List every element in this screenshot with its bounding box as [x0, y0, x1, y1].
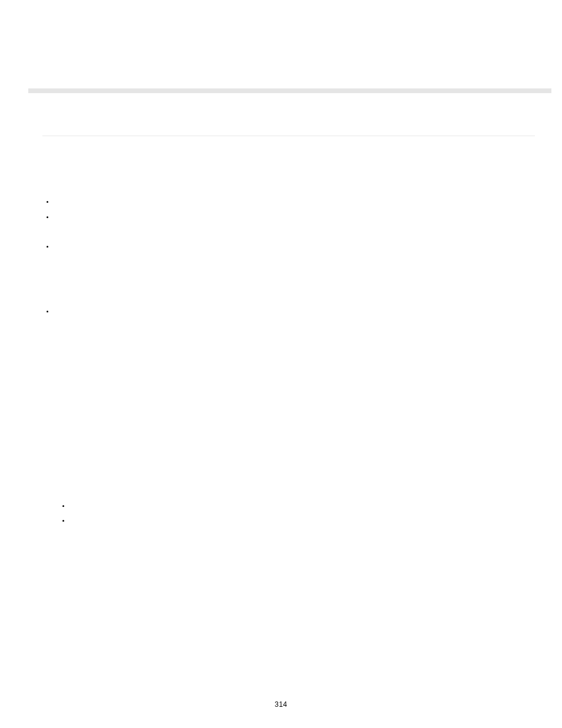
bullet-icon: [47, 201, 48, 203]
bullet-icon: [62, 520, 64, 522]
header-underline: [42, 136, 535, 136]
bullet-icon: [47, 246, 48, 248]
bullet-icon: [47, 311, 48, 312]
bullet-icon: [47, 216, 48, 218]
page-number: 314: [0, 700, 562, 709]
bullet-icon: [62, 505, 64, 507]
header-bar: [28, 88, 551, 93]
